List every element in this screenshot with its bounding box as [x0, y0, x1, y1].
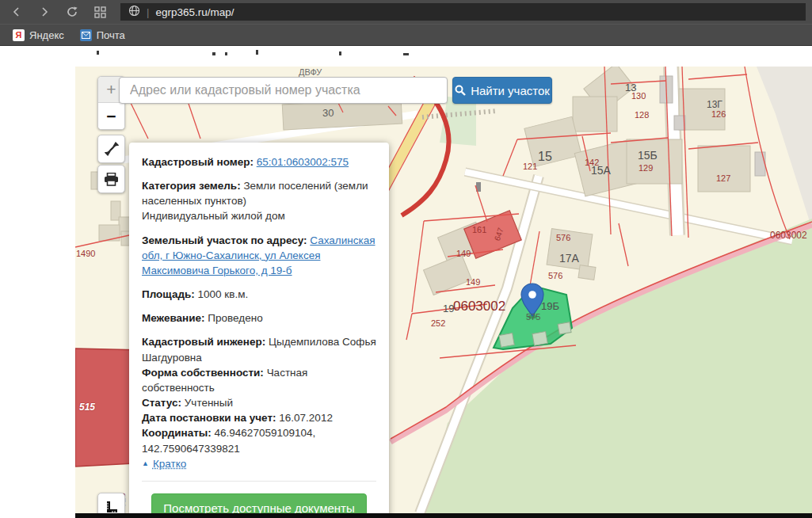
print-button[interactable]: [98, 166, 124, 192]
view-documents-button[interactable]: Посмотреть доступные документы: [151, 493, 367, 513]
field-label: Категория земель:: [142, 180, 241, 192]
fullscreen-button[interactable]: [98, 135, 124, 162]
measure-button[interactable]: [98, 493, 124, 513]
search-input[interactable]: [119, 77, 448, 104]
browser-toolbar: | egrp365.ru/map/: [0, 0, 812, 24]
map-label: 129: [639, 164, 653, 173]
search-icon: [455, 85, 466, 96]
fullscreen-control: [97, 135, 125, 163]
print-control: [97, 165, 125, 193]
clipped-heading-remnant: [212, 52, 215, 55]
map-label: 252: [431, 319, 445, 328]
collapse-details-link[interactable]: ▲ Кратко: [142, 458, 186, 470]
map-label: 0603002: [770, 230, 807, 240]
map-label: 0603002: [453, 299, 505, 313]
map-label: 515: [79, 402, 95, 412]
map-label: 30: [322, 108, 334, 118]
url-text: egrp365.ru/map/: [155, 6, 234, 18]
back-icon[interactable]: [10, 5, 24, 19]
bottom-black-bar: [75, 513, 812, 518]
field-value: Учтенный: [185, 397, 233, 409]
field-label: Межевание:: [142, 312, 205, 324]
field-label: Координаты:: [142, 427, 212, 439]
popup-divider: [142, 481, 376, 482]
field-label: Дата постановки на учет:: [142, 412, 276, 424]
field-label: Кадастровый инженер:: [142, 336, 265, 348]
bookmarks-bar: Я Яндекс Почта: [0, 24, 812, 46]
map-label: 127: [716, 174, 730, 183]
map-label: 161: [472, 226, 486, 234]
map-canvas[interactable]: ДВФУ 30 13 130 128 13Г 126 15 121 142 15…: [75, 67, 812, 513]
globe-icon: [128, 5, 140, 19]
map-label: 149: [456, 249, 471, 258]
map-label: 576: [556, 234, 570, 242]
clipped-heading-remnant: [97, 51, 99, 55]
parcel-info-popup: Кадастровый номер: 65:01:0603002:575 Кат…: [129, 143, 389, 513]
map-label: 17А: [559, 253, 579, 264]
clipped-heading-remnant: [339, 51, 341, 55]
map-label: 1490: [76, 249, 95, 258]
field-label: Земельный участок по адресу:: [142, 234, 307, 246]
clipped-heading-remnant: [225, 52, 227, 55]
map-label: 576: [548, 272, 562, 280]
mail-icon: [80, 29, 92, 41]
clipped-heading-remnant: [256, 50, 258, 55]
measure-control: [97, 493, 125, 513]
map-label: 13Г: [707, 100, 722, 109]
field-label: Форма собственности:: [142, 367, 264, 379]
field-label: Кадастровый номер:: [142, 156, 254, 168]
map-label: 575: [526, 313, 540, 322]
address-bar[interactable]: | egrp365.ru/map/: [120, 3, 806, 21]
field-value: 16.07.2012: [279, 412, 333, 424]
map-label: ДВФУ: [299, 68, 322, 77]
field-value: 1000 кв.м.: [198, 288, 249, 300]
map-label: 15Б: [638, 150, 658, 161]
printer-icon: [104, 173, 119, 186]
bookmark-mail[interactable]: Почта: [75, 29, 130, 41]
collapse-arrow-icon: ▲: [142, 459, 149, 467]
field-label: Площадь:: [142, 288, 195, 300]
forward-icon[interactable]: [37, 5, 51, 19]
bookmark-yandex[interactable]: Я Яндекс: [8, 29, 69, 41]
ruler-icon: [105, 500, 119, 513]
map-label: 130: [631, 92, 646, 101]
fullscreen-icon: [105, 142, 119, 156]
find-parcel-button[interactable]: Найти участок: [452, 77, 552, 104]
map-label: 15: [538, 150, 552, 163]
field-value: Проведено: [208, 312, 262, 324]
zoom-out-button[interactable]: −: [98, 103, 124, 129]
reload-icon[interactable]: [65, 5, 79, 19]
map-label: 15А: [591, 165, 611, 176]
yandex-icon: Я: [13, 29, 25, 41]
map-label: 128: [635, 111, 649, 120]
map-label: 126: [711, 110, 726, 119]
tab-grid-icon[interactable]: [93, 5, 107, 19]
field-label: Статус:: [142, 397, 181, 409]
clipped-heading-remnant: [403, 53, 409, 55]
url-separator: |: [147, 6, 149, 18]
field-value: Индивидуальный жилой дом: [142, 210, 285, 222]
map-label: 19Б: [541, 301, 559, 311]
map-label: 149: [466, 278, 480, 287]
cadastral-number-link[interactable]: 65:01:0603002:575: [257, 156, 349, 168]
map-label: 121: [523, 162, 537, 171]
